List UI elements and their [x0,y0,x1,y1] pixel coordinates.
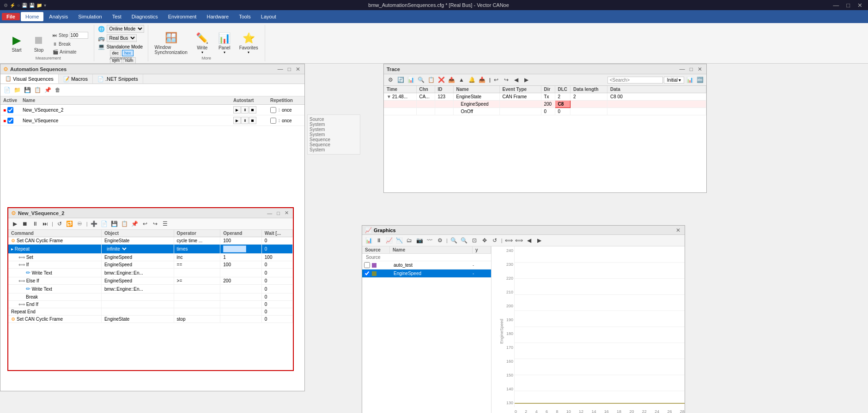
se-copy-button[interactable]: 📋 [120,219,129,228]
seq1-autostart-checkbox[interactable] [270,107,276,113]
start-button[interactable]: ▶ Start [6,27,27,60]
se-file-button[interactable]: 📄 [100,219,109,228]
se-paste-button[interactable]: 📌 [130,219,140,228]
step-input[interactable] [70,32,88,39]
seq2-stop-button[interactable]: ⏹ [249,117,256,124]
trace-tb-13[interactable]: ◀ [512,75,521,84]
minimize-panel-button[interactable]: — [276,66,285,72]
close-panel-button[interactable]: ✕ [294,66,302,72]
se-save-button[interactable]: 💾 [110,219,119,228]
seq1-active-checkbox[interactable] [7,107,13,113]
trace-search-input[interactable] [607,77,663,84]
gfx-tb-8[interactable]: ⚙ [435,236,444,245]
hex-button[interactable]: hex [122,50,134,56]
copy-button[interactable]: 📋 [33,85,42,95]
trace-tb-12[interactable]: ↪ [502,75,511,84]
seq-editor-minimize[interactable]: — [266,210,273,216]
menu-layout[interactable]: Layout [256,12,281,21]
enginespeed-checkbox[interactable] [364,270,370,276]
se-step-button[interactable]: ⏭ [41,219,50,228]
menu-home[interactable]: Home [21,12,43,21]
trace-tb-8[interactable]: ▲ [457,75,466,84]
repeat-select[interactable]: infinite [104,245,128,252]
gfx-cursor-l[interactable]: ⟺ [504,236,514,245]
se-undo2-button[interactable]: ↩ [140,219,150,228]
trace-tb-16[interactable]: 🔤 [695,75,704,84]
trace-tb-3[interactable]: 📊 [406,75,415,84]
se-stop-button[interactable]: ⏹ [20,219,30,228]
auto-test-checkbox[interactable] [364,262,370,268]
gfx-pan[interactable]: ✥ [480,236,489,245]
tab-visual-sequences[interactable]: 📋 Visual Sequences [0,74,59,84]
trace-tb-14[interactable]: ▶ [522,75,531,84]
trace-tb-4[interactable]: 🔍 [416,75,425,84]
se-redo-button[interactable]: ↪ [151,219,160,228]
stop-button[interactable]: ⏹ Stop [29,27,49,60]
trace-tb-7[interactable]: 📤 [447,75,456,84]
open-button[interactable]: 📁 [12,85,22,95]
menu-tools[interactable]: Tools [234,12,255,21]
trace-tb-5[interactable]: 📋 [426,75,436,84]
gfx-tb-3[interactable]: 📈 [384,236,394,245]
delete-button[interactable]: 🗑 [53,85,62,95]
trace-minimize[interactable]: — [678,66,686,72]
save-button[interactable]: 💾 [23,85,32,95]
seq1-play-button[interactable]: ▶ [233,106,241,114]
new-sequence-button[interactable]: 📄 [2,85,12,95]
se-run-button[interactable]: ▶ [10,219,19,228]
seq-editor-close[interactable]: ✕ [283,210,290,216]
trace-tb-9[interactable]: 🔔 [467,75,476,84]
break-button[interactable]: ⏸ Break [51,41,90,48]
menu-hardware[interactable]: Hardware [202,12,233,21]
minimize-button[interactable]: — [831,2,841,9]
menu-environment[interactable]: Environment [164,12,201,21]
window-sync-button[interactable]: 🪟 WindowSynchronization [152,27,190,60]
maximize-button[interactable]: □ [844,2,852,9]
gfx-prev[interactable]: ◀ [525,236,534,245]
panel-button[interactable]: 📊 Panel ▾ [214,27,235,60]
seq-editor-maximize[interactable]: □ [275,210,281,216]
gfx-fit[interactable]: ⊡ [470,236,479,245]
se-loop2-button[interactable]: ♾ [75,219,85,228]
favorites-button[interactable]: ⭐ Favorites ▾ [237,27,261,60]
gfx-tb-1[interactable]: 📊 [364,236,373,245]
se-add-button[interactable]: ➕ [90,219,99,228]
seq2-autostart-checkbox[interactable] [270,118,276,124]
trace-tb-11[interactable]: ↩ [492,75,501,84]
seq2-active-checkbox[interactable] [7,118,13,124]
menu-simulation[interactable]: Simulation [73,12,106,21]
gfx-next[interactable]: ▶ [535,236,544,245]
trace-tb-2[interactable]: 🔄 [396,75,405,84]
gfx-tb-5[interactable]: 🗂 [405,236,414,245]
gfx-zoom-in[interactable]: 🔍 [449,236,459,245]
step-button[interactable]: ⏭ Step [51,31,90,40]
write-button[interactable]: ✏️ Write ▾ [192,27,212,60]
menu-diagnostics[interactable]: Diagnostics [127,12,163,21]
gfx-tb-7[interactable]: 〰 [425,236,434,245]
menu-test[interactable]: Test [108,12,126,21]
dec-button[interactable]: dec [110,50,121,56]
gfx-cursor-r[interactable]: ⟺ [515,236,524,245]
gfx-tb-2[interactable]: ⏸ [374,236,383,245]
trace-tb-1[interactable]: ⚙ [386,75,395,84]
close-button[interactable]: ✕ [856,2,864,9]
initial-button[interactable]: Initial ▾ [664,77,684,84]
paste-button[interactable]: 📌 [43,85,52,95]
se-loop-button[interactable]: 🔁 [65,219,74,228]
trace-expand-icon[interactable]: ▼ [387,94,391,99]
gfx-reset[interactable]: ↺ [490,236,499,245]
tab-macros[interactable]: 📝 Macros [59,74,93,84]
seq1-pause-button[interactable]: ⏸ [241,106,249,114]
trace-close[interactable]: ✕ [696,66,704,72]
animate-button[interactable]: 🎬 Animate [51,48,90,55]
se-undo-button[interactable]: ↺ [55,219,64,228]
trace-tb-10[interactable]: 📥 [477,75,486,84]
gfx-tb-6[interactable]: 📷 [415,236,424,245]
trace-maximize[interactable]: □ [688,66,694,72]
se-pause-button[interactable]: ⏸ [30,219,40,228]
graphics-close[interactable]: ✕ [674,227,682,233]
menu-file[interactable]: File [2,13,20,20]
real-bus-select[interactable]: Real Bus [107,34,137,42]
trace-tb-15[interactable]: 📊 [685,75,694,84]
tab-net-snippets[interactable]: 📄 .NET Snippets [93,74,143,84]
